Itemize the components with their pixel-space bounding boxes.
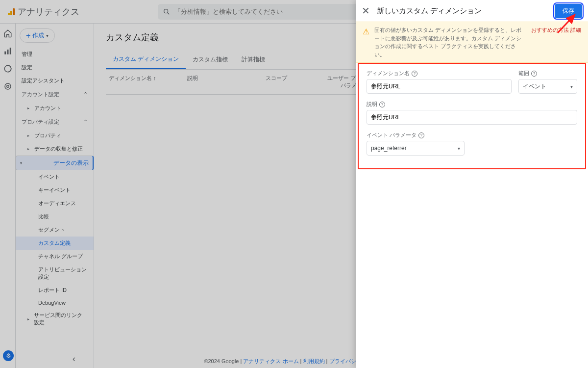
panel-title: 新しいカスタム ディメンション xyxy=(377,6,548,16)
help-icon[interactable]: ? xyxy=(418,132,424,138)
best-practices-link[interactable]: おすすめの方法 詳細 xyxy=(531,26,581,58)
scope-select[interactable]: イベント▾ xyxy=(518,79,577,94)
chevron-down-icon: ▾ xyxy=(570,84,573,89)
warning-banner: ⚠ 固有の値が多いカスタム ディメンションを登録すると、レポートに悪影響が及ぶ可… xyxy=(356,22,588,63)
help-icon[interactable]: ? xyxy=(531,71,537,77)
create-dimension-panel: ✕ 新しいカスタム ディメンション 保存 ⚠ 固有の値が多いカスタム ディメンシ… xyxy=(356,0,588,368)
chevron-down-icon: ▾ xyxy=(458,146,460,151)
warning-text: 固有の値が多いカスタム ディメンションを登録すると、レポートに悪影響が及ぶ可能性… xyxy=(374,26,526,58)
warning-icon: ⚠ xyxy=(363,26,369,58)
label-event-parameter: イベント パラメータ? xyxy=(367,131,465,139)
panel-header: ✕ 新しいカスタム ディメンション 保存 xyxy=(356,0,588,22)
help-icon[interactable]: ? xyxy=(412,71,417,77)
label-scope: 範囲? xyxy=(518,70,577,77)
dimension-name-input[interactable] xyxy=(367,79,512,94)
help-icon[interactable]: ? xyxy=(379,102,385,107)
dimension-form: ディメンション名? 範囲? イベント▾ 説明? イベント パラメータ? page… xyxy=(358,63,586,169)
description-input[interactable] xyxy=(367,110,577,125)
save-button[interactable]: 保存 xyxy=(555,4,582,18)
label-description: 説明? xyxy=(367,101,577,108)
close-icon[interactable]: ✕ xyxy=(362,5,370,17)
label-dimension-name: ディメンション名? xyxy=(367,70,512,77)
event-parameter-select[interactable]: page_referrer▾ xyxy=(367,141,465,156)
